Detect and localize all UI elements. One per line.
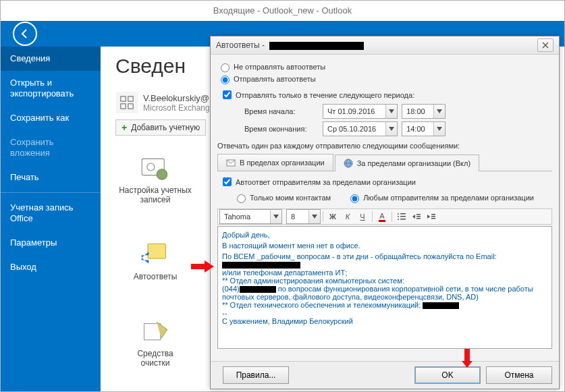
svg-rect-2 xyxy=(121,104,126,109)
ok-button[interactable]: OK xyxy=(414,366,481,384)
svg-point-13 xyxy=(398,216,399,217)
back-button[interactable] xyxy=(13,22,37,46)
font-color-button[interactable]: A xyxy=(375,211,389,223)
reply-each-label: Отвечать один раз каждому отправителю сл… xyxy=(217,142,552,150)
add-account-button[interactable]: + Добавить учетную xyxy=(115,119,206,136)
redaction xyxy=(240,286,276,293)
start-date-combo[interactable]: Чт 01.09.2016 xyxy=(323,104,398,119)
account-settings-icon xyxy=(140,156,170,183)
message-body[interactable]: Добрый день, В настоящий момент меня нет… xyxy=(217,226,552,349)
sidebar-divider xyxy=(1,192,101,193)
account-settings-button[interactable]: Настройка учетных записей xyxy=(115,156,195,204)
italic-button[interactable]: К xyxy=(341,211,354,223)
svg-rect-17 xyxy=(416,214,421,215)
chevron-down-icon[interactable] xyxy=(385,105,397,118)
add-account-label: Добавить учетную xyxy=(131,123,200,132)
redaction xyxy=(423,302,459,309)
svg-rect-0 xyxy=(121,96,126,101)
svg-rect-16 xyxy=(400,219,406,220)
dialog-close-button[interactable] xyxy=(537,38,554,52)
svg-rect-12 xyxy=(400,213,406,215)
sidebar-item-exit[interactable]: Выход xyxy=(1,255,101,279)
cleanup-button[interactable]: Средства очистки xyxy=(115,319,195,368)
dialog-title: Автоответы - xyxy=(216,40,537,50)
start-time-combo[interactable]: 18:00 xyxy=(402,104,446,119)
svg-rect-18 xyxy=(416,216,421,217)
bullets-button[interactable] xyxy=(395,211,408,223)
cancel-button[interactable]: Отмена xyxy=(486,366,552,384)
redaction xyxy=(269,42,364,50)
rules-button[interactable]: Правила... xyxy=(223,366,289,384)
title-text: Входящие - Outlook_new - Outlook xyxy=(213,5,352,16)
svg-point-5 xyxy=(147,163,155,171)
sidebar-item-save-as[interactable]: Сохранить как xyxy=(1,106,101,130)
size-combo[interactable]: 8 xyxy=(286,209,321,224)
sidebar-item-save-attachments: Сохранить вложения xyxy=(1,130,101,165)
bold-button[interactable]: Ж xyxy=(326,211,340,223)
svg-rect-14 xyxy=(400,216,406,217)
indent-button[interactable] xyxy=(425,211,438,223)
chevron-down-icon[interactable] xyxy=(270,210,281,223)
underline-button[interactable]: Ч xyxy=(356,211,369,223)
radio-only-contacts[interactable]: Только моим контактам xyxy=(234,192,331,203)
radio-send[interactable]: Отправлять автоответы xyxy=(217,74,552,84)
svg-point-11 xyxy=(398,213,399,215)
checkbox-period[interactable]: Отправлять только в течение следующего п… xyxy=(220,88,552,101)
cleanup-icon xyxy=(140,319,170,346)
end-label: Время окончания: xyxy=(244,125,323,133)
radio-no-send[interactable]: Не отправлять автоответы xyxy=(217,61,552,72)
auto-reply-button[interactable]: Автоответы xyxy=(115,242,195,281)
svg-rect-22 xyxy=(431,218,435,219)
start-label: Время начала: xyxy=(244,107,323,115)
globe-icon xyxy=(344,159,353,168)
dialog-footer: Правила... OK Отмена xyxy=(211,361,559,389)
sidebar-item-office-account[interactable]: Учетная запись Office xyxy=(1,196,101,231)
account-icon xyxy=(116,92,138,113)
chevron-down-icon[interactable] xyxy=(433,105,445,118)
chevron-down-icon[interactable] xyxy=(433,122,445,136)
tab-outside-org[interactable]: За пределами организации (Вкл) xyxy=(335,155,479,171)
plus-icon: + xyxy=(122,122,127,133)
org-icon xyxy=(226,158,236,167)
sidebar-item-print[interactable]: Печать xyxy=(1,165,101,190)
svg-rect-3 xyxy=(128,104,133,109)
end-time-combo[interactable]: 14:00 xyxy=(402,121,446,136)
svg-rect-1 xyxy=(128,96,133,101)
title-bar: Входящие - Outlook_new - Outlook xyxy=(1,1,564,21)
svg-rect-21 xyxy=(431,216,435,217)
sidebar-item-open-export[interactable]: Открыть и экспортировать xyxy=(1,71,101,106)
outlook-window: Входящие - Outlook_new - Outlook Сведени… xyxy=(0,0,565,392)
account-subtitle: Microsoft Exchang xyxy=(143,103,210,113)
svg-rect-7 xyxy=(148,244,165,258)
end-date-combo[interactable]: Ср 05.10.2016 xyxy=(323,121,398,136)
chevron-down-icon[interactable] xyxy=(385,122,397,136)
radio-any-sender[interactable]: Любым отправителям за пределами организа… xyxy=(347,192,534,203)
outdent-button[interactable] xyxy=(410,211,423,223)
backstage-sidebar: Сведения Открыть и экспортировать Сохран… xyxy=(1,47,101,391)
dialog-titlebar[interactable]: Автоответы - xyxy=(211,36,559,55)
redaction xyxy=(222,262,300,269)
svg-rect-19 xyxy=(416,218,421,219)
format-toolbar: Tahoma 8 Ж К Ч A xyxy=(217,208,552,225)
org-tabs: В пределах организации За пределами орга… xyxy=(217,154,552,171)
tab-inside-org[interactable]: В пределах организации xyxy=(217,154,333,171)
font-combo[interactable]: Tahoma xyxy=(219,209,282,224)
sidebar-item-info[interactable]: Сведения xyxy=(1,47,101,71)
account-title: V.Beelokurskiy@ xyxy=(143,93,210,103)
svg-point-6 xyxy=(157,169,167,179)
auto-reply-icon xyxy=(140,242,170,269)
sidebar-item-options[interactable]: Параметры xyxy=(1,231,101,255)
checkbox-auto-reply-outside[interactable]: Автоответ отправителям за пределами орга… xyxy=(220,175,552,188)
auto-reply-dialog: Автоответы - Не отправлять автоответы От… xyxy=(210,36,560,389)
chevron-down-icon[interactable] xyxy=(308,210,320,223)
svg-point-15 xyxy=(398,219,399,220)
svg-rect-20 xyxy=(431,214,435,215)
